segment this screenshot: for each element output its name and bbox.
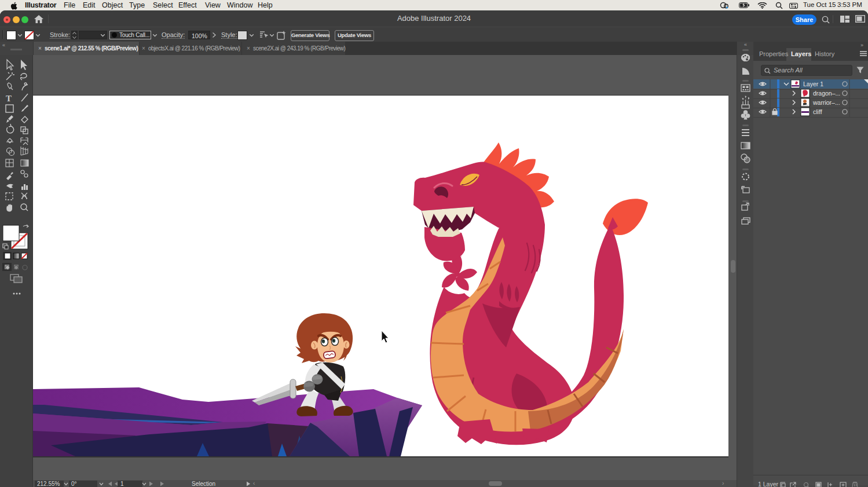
svg-text:dragon–...: dragon–...: [813, 90, 840, 97]
svg-text:warrior–...: warrior–...: [812, 99, 840, 106]
svg-text:cliff: cliff: [813, 108, 822, 115]
svg-text:T: T: [6, 94, 12, 103]
svg-text:Layer 1: Layer 1: [803, 80, 823, 87]
